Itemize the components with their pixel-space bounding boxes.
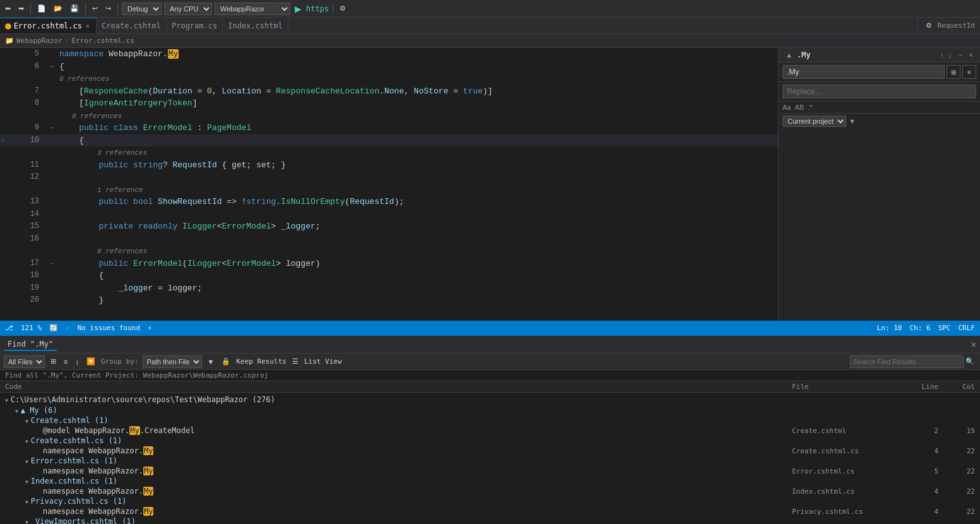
list-item[interactable]: namespace WebappRazor.My Index.cshtml.cs… [23, 486, 977, 496]
fr-scope-select[interactable]: All Files [4, 355, 45, 368]
find-panel-collapse[interactable]: ▲ [784, 51, 794, 59]
line-code[interactable]: public bool ShowRequestId => !string.IsN… [57, 196, 778, 208]
find-results-close[interactable]: × [971, 340, 976, 350]
list-item[interactable]: namespace WebappRazor.My Privacy.cshtml.… [23, 506, 977, 516]
fr-search-input[interactable] [850, 355, 964, 368]
line-code[interactable]: [IgnoreAntiforgeryToken] [57, 97, 778, 110]
find-expand-btn[interactable]: ⊞ [947, 65, 960, 79]
fr-columns: Code File Line Col [0, 381, 980, 393]
line-code[interactable]: _logger = logger; [57, 282, 778, 295]
nav-bar: ⚙ RequestId [918, 18, 980, 33]
line-code[interactable]: private readonly ILogger<ErrorModel> _lo… [57, 220, 778, 233]
line-code[interactable]: namespace WebappRazor.My [57, 48, 778, 61]
fr-file-label: Error.cshtml.cs (1) [31, 456, 117, 465]
undo-btn[interactable]: ↩ [90, 3, 100, 14]
fr-file-header-createcs[interactable]: Create.cshtml.cs (1) [23, 436, 977, 446]
zoom-level[interactable]: 121 % [21, 324, 42, 332]
fr-file-header-privacycs[interactable]: Privacy.cshtml.cs (1) [23, 496, 977, 506]
encoding: SPC [938, 324, 951, 332]
fr-result-code: namespace WebappRazor.My [43, 487, 792, 496]
project-select[interactable]: WebappRazor [215, 3, 290, 15]
find-nav-next[interactable]: ↓ [947, 51, 954, 59]
more-tools-btn[interactable]: ⚙ [337, 3, 348, 14]
line-code[interactable] [57, 208, 778, 221]
regex-btn[interactable]: .* [808, 104, 812, 111]
fr-groupby-expand[interactable]: ▼ [206, 357, 216, 366]
fr-group-header[interactable]: C:\Users\Administrator\source\repos\Test… [3, 394, 977, 405]
line-code[interactable]: { [57, 134, 778, 147]
match-case-btn[interactable]: Aa [782, 104, 791, 111]
fr-btn-sort[interactable]: ↕ [73, 357, 81, 366]
code-editor[interactable]: 5 namespace WebappRazor.My 6 − { 8 refer… [0, 48, 778, 321]
line-number: 16 [0, 233, 47, 246]
fr-file-header-create[interactable]: Create.cshtml (1) [23, 415, 977, 426]
list-item[interactable]: namespace WebappRazor.My Error.cshtml.cs… [23, 466, 977, 476]
collapse-icon[interactable]: − [50, 261, 54, 268]
collapse-icon[interactable]: − [50, 125, 54, 132]
fr-file-header-errorcs[interactable]: Error.cshtml.cs (1) [23, 456, 977, 466]
fr-keep-results-icon[interactable]: 🔒 [220, 357, 232, 366]
fr-file-header-viewimports[interactable]: _ViewImports.cshtml (1) [23, 516, 977, 524]
forward-btn[interactable]: ➡ [16, 3, 27, 14]
back-btn[interactable]: ⬅ [3, 3, 13, 14]
find-results-tab[interactable]: Find ".My" [4, 338, 57, 351]
new-file-btn[interactable]: 📄 [35, 3, 49, 14]
line-code[interactable]: { [57, 270, 778, 282]
line-code[interactable]: { [57, 61, 778, 73]
line-code[interactable]: public class ErrorModel : PageModel [57, 122, 778, 134]
open-btn[interactable]: 📂 [51, 3, 65, 14]
line-ending: CRLF [959, 324, 976, 332]
fr-groupby-select[interactable]: Path then File [143, 355, 202, 368]
line-number: 14 [0, 208, 47, 221]
find-nav-all[interactable]: → [955, 51, 966, 59]
line-ref-hint: 8 references [57, 73, 778, 85]
replace-input[interactable] [782, 85, 976, 98]
save-btn[interactable]: 💾 [68, 3, 81, 14]
fr-list-view-icon[interactable]: ☰ [290, 357, 300, 366]
fr-result-col: 19 [943, 427, 975, 435]
find-search-input[interactable] [782, 65, 945, 79]
fr-subgroup-header-my[interactable]: ▲ My (6) [13, 405, 977, 415]
fr-btn-layout[interactable]: ⊞ [49, 357, 58, 366]
fr-file-header-indexcs[interactable]: Index.cshtml.cs (1) [23, 476, 977, 486]
nav-context-btn[interactable]: ⚙ [923, 20, 935, 31]
list-item[interactable]: namespace WebappRazor.My Create.cshtml.c… [23, 446, 977, 456]
fr-result-code: namespace WebappRazor.My [43, 507, 792, 516]
fr-btn-lines[interactable]: ≡ [62, 357, 69, 366]
breadcrumb-file[interactable]: Error.cshtml.cs [71, 37, 134, 45]
line-number: 12 [0, 171, 47, 184]
collapse-icon[interactable]: − [50, 64, 54, 71]
tab-create-cshtml[interactable]: Create.cshtml [97, 18, 167, 33]
line-code[interactable]: public ErrorModel(ILogger<ErrorModel> lo… [57, 258, 778, 270]
line-code[interactable]: [ResponseCache(Duration = 0, Location = … [57, 85, 778, 98]
fr-keep-results-label: Keep Results [236, 357, 286, 366]
fr-btn-filter[interactable]: 🔽 [85, 357, 97, 366]
redo-btn[interactable]: ↪ [103, 3, 114, 14]
cpu-select[interactable]: Any CPU [164, 3, 212, 15]
fr-file-group-errorcs: Error.cshtml.cs (1) namespace WebappRazo… [13, 456, 977, 476]
tab-error-cshtml-cs[interactable]: ● Error.cshtml.cs × [0, 18, 97, 33]
line-code[interactable] [57, 233, 778, 246]
fr-search-btn[interactable]: 🔍 [964, 357, 976, 366]
find-nav-prev[interactable]: ↑ [938, 51, 946, 59]
fr-file-group-create: Create.cshtml (1) @model WebappRazor.My.… [13, 415, 977, 436]
tab-index-cshtml[interactable]: Index.cshtml [223, 18, 288, 33]
tab-program-cs[interactable]: Program.cs [167, 18, 223, 33]
line-code[interactable]: } [57, 294, 778, 307]
tri-down-icon [25, 497, 28, 506]
whole-word-btn[interactable]: AB [794, 104, 804, 111]
line-number: 19 [0, 282, 47, 295]
breadcrumb-project[interactable]: WebappRazor [16, 37, 62, 45]
build-config-select[interactable]: Debug [122, 3, 162, 15]
run-button[interactable]: ▶ [293, 4, 304, 14]
find-scope-expand[interactable]: ▼ [849, 117, 856, 125]
main-toolbar: ⬅ ➡ 📄 📂 💾 ↩ ↪ Debug Any CPU WebappRazor … [0, 0, 980, 18]
tab-error-close[interactable]: × [85, 22, 91, 30]
find-scope-select[interactable]: Current project [782, 116, 846, 127]
line-code[interactable]: public string? RequestId { get; set; } [57, 159, 778, 172]
find-panel-close[interactable]: × [967, 51, 975, 59]
line-code[interactable] [57, 171, 778, 184]
tri-down-icon [25, 477, 28, 485]
find-list-btn[interactable]: ≡ [962, 65, 976, 79]
list-item[interactable]: @model WebappRazor.My.CreateModel Create… [23, 426, 977, 436]
